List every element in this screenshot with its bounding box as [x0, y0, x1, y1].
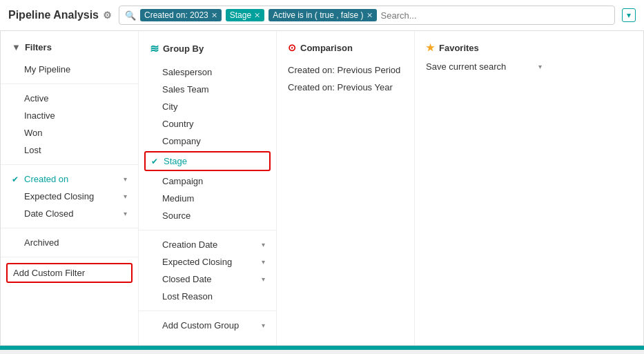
- groupby-header-label: Group By: [163, 43, 204, 54]
- divider: [1, 257, 138, 257]
- arrow-icon: ▾: [124, 193, 127, 200]
- groupby-expected-closing[interactable]: Expected Closing ▾: [139, 253, 276, 271]
- filter-my-pipeline[interactable]: My Pipeline: [1, 61, 138, 78]
- comparison-header-label: Comparison: [300, 43, 353, 53]
- bottom-bar: [0, 346, 644, 350]
- favorites-header-label: Favorites: [439, 43, 479, 53]
- groupby-campaign[interactable]: Campaign: [139, 173, 276, 190]
- groupby-header: ≋ Group By: [139, 42, 276, 63]
- comparison-icon: ⊙: [288, 42, 296, 53]
- divider: [139, 230, 276, 230]
- groupby-creation-date[interactable]: Creation Date ▾: [139, 236, 276, 253]
- divider: [139, 311, 276, 311]
- groupby-icon: ≋: [150, 42, 159, 55]
- divider: [1, 83, 138, 84]
- filter-tag-stage[interactable]: Stage ✕: [226, 9, 264, 21]
- add-custom-filter-button[interactable]: Add Custom Filter: [6, 263, 133, 283]
- filters-header: ▼ Filters: [1, 42, 138, 61]
- groupby-source[interactable]: Source: [139, 207, 276, 224]
- filter-tag-created-on[interactable]: Created on: 2023 ✕: [140, 9, 222, 21]
- gear-icon[interactable]: ⚙: [103, 10, 112, 21]
- filter-close-icon[interactable]: ✕: [211, 11, 217, 20]
- filters-header-label: Filters: [25, 42, 52, 52]
- arrow-icon: ▾: [262, 322, 265, 329]
- groupby-lost-reason[interactable]: Lost Reason: [139, 288, 276, 305]
- filter-date-closed[interactable]: Date Closed ▾: [1, 205, 138, 222]
- save-current-search-button[interactable]: Save current search ▾: [426, 61, 542, 72]
- filter-funnel-icon: ▼: [12, 42, 21, 52]
- filter-active[interactable]: Active: [1, 90, 138, 107]
- dropdown-panel: ▼ Filters My Pipeline Active Inactive Wo…: [0, 31, 644, 346]
- favorites-header: ★ Favorites: [415, 42, 553, 61]
- filter-expected-closing[interactable]: Expected Closing ▾: [1, 188, 138, 205]
- divider: [1, 228, 138, 228]
- bottom-bar-accent: [0, 346, 138, 350]
- groupby-city[interactable]: City: [139, 98, 276, 115]
- filter-created-on[interactable]: ✔ Created on ▾: [1, 170, 138, 188]
- comparison-previous-year[interactable]: Created on: Previous Year: [277, 79, 414, 96]
- arrow-icon: ▾: [124, 175, 127, 183]
- filter-won[interactable]: Won: [1, 124, 138, 141]
- star-icon: ★: [426, 42, 435, 53]
- filter-archived[interactable]: Archived: [1, 234, 138, 251]
- title-text: Pipeline Analysis: [8, 9, 99, 21]
- groupby-closed-date[interactable]: Closed Date ▾: [139, 271, 276, 288]
- groupby-sales-team[interactable]: Sales Team: [139, 81, 276, 98]
- favorites-section: Save current search ▾: [415, 61, 553, 72]
- groupby-column: ≋ Group By Salesperson Sales Team City C…: [139, 31, 277, 345]
- page-title: Pipeline Analysis ⚙: [8, 9, 112, 21]
- arrow-icon: ▾: [124, 210, 127, 217]
- arrow-icon: ▾: [262, 241, 265, 248]
- add-custom-group-button[interactable]: Add Custom Group ▾: [139, 317, 276, 334]
- search-icon: 🔍: [125, 10, 136, 21]
- search-input[interactable]: [381, 10, 609, 21]
- divider: [1, 164, 138, 165]
- search-dropdown-arrow[interactable]: ▾: [622, 8, 636, 22]
- filters-column: ▼ Filters My Pipeline Active Inactive Wo…: [1, 31, 139, 345]
- groupby-stage[interactable]: ✔ Stage: [144, 151, 271, 171]
- filter-close-icon[interactable]: ✕: [254, 11, 260, 20]
- filter-lost[interactable]: Lost: [1, 141, 138, 159]
- groupby-country[interactable]: Country: [139, 115, 276, 132]
- comparison-previous-period[interactable]: Created on: Previous Period: [277, 61, 414, 79]
- groupby-company[interactable]: Company: [139, 132, 276, 150]
- groupby-medium[interactable]: Medium: [139, 190, 276, 207]
- arrow-icon: ▾: [262, 275, 265, 283]
- filter-tag-active[interactable]: Active is in ( true , false ) ✕: [269, 9, 376, 21]
- groupby-salesperson[interactable]: Salesperson: [139, 63, 276, 81]
- arrow-icon: ▾: [262, 258, 265, 266]
- comparison-header: ⊙ Comparison: [277, 42, 414, 61]
- filter-inactive[interactable]: Inactive: [1, 107, 138, 124]
- top-bar: Pipeline Analysis ⚙ 🔍 Created on: 2023 ✕…: [0, 0, 644, 31]
- comparison-column: ⊙ Comparison Created on: Previous Period…: [277, 31, 415, 345]
- chevron-down-icon: ▾: [538, 63, 542, 70]
- search-bar: 🔍 Created on: 2023 ✕ Stage ✕ Active is i…: [119, 6, 615, 25]
- filter-close-icon[interactable]: ✕: [367, 11, 373, 20]
- favorites-column: ★ Favorites Save current search ▾: [415, 31, 553, 345]
